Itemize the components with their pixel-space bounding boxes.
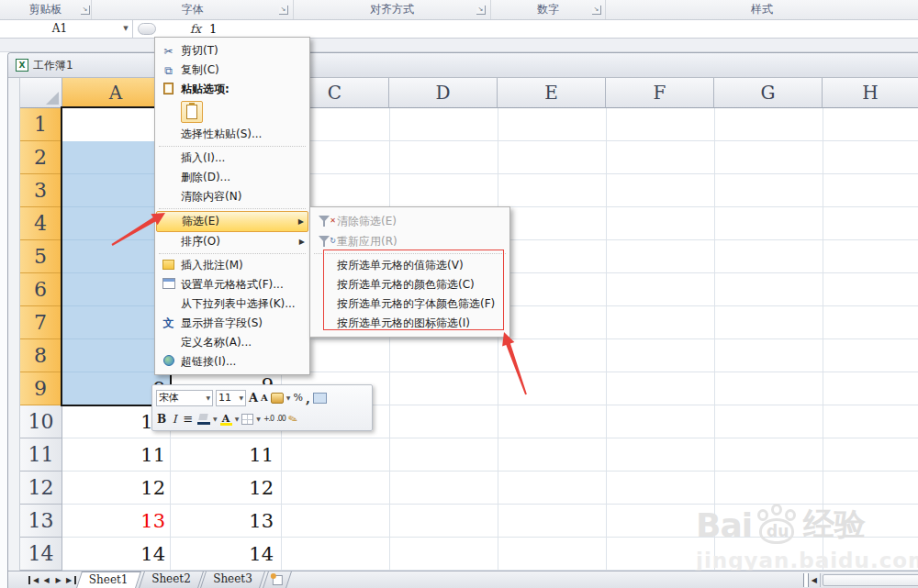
center-align-icon[interactable]: ≡ xyxy=(182,412,195,426)
font-dialog-launcher-icon[interactable]: ↘ xyxy=(279,6,288,15)
menu-item-delete[interactable]: 删除(D)... xyxy=(156,168,308,187)
row-header-9[interactable]: 9 xyxy=(20,372,62,405)
percent-style-button[interactable]: % xyxy=(293,392,302,404)
cell-B14[interactable]: 14 xyxy=(171,539,274,569)
italic-button[interactable]: I xyxy=(170,413,179,426)
menu-item-copy[interactable]: ⧉ 复制(C) xyxy=(156,61,308,80)
sheet-tab-sheet2[interactable]: Sheet2 xyxy=(139,571,203,588)
menu-item-paste-special[interactable]: 选择性粘贴(S)... xyxy=(156,125,308,144)
horizontal-scrollbar-thumb[interactable] xyxy=(823,574,918,586)
hscroll-left-arrow-icon[interactable]: ◀ xyxy=(812,576,817,584)
first-sheet-button[interactable]: ◀ xyxy=(28,576,40,584)
select-all-corner[interactable] xyxy=(20,78,62,108)
bold-button[interactable]: B xyxy=(156,413,167,426)
column-header-D[interactable]: D xyxy=(389,78,498,108)
cell-A14[interactable]: 14 xyxy=(62,539,165,569)
menu-item-filter[interactable]: 筛选(E) ▶ xyxy=(156,211,308,232)
number-dialog-launcher-icon[interactable]: ↘ xyxy=(592,6,601,15)
font-size-select[interactable]: 11 ▼ xyxy=(216,390,246,406)
ribbon-group-font: 字体 xyxy=(92,0,294,19)
cell-B13[interactable]: 13 xyxy=(171,506,274,536)
insert-function-icon[interactable]: fx xyxy=(185,20,206,38)
row-header-8[interactable]: 8 xyxy=(20,339,62,372)
row-header-4[interactable]: 4 xyxy=(20,207,62,240)
font-color-icon[interactable]: A xyxy=(220,413,232,426)
name-box[interactable]: A1 xyxy=(0,20,119,38)
chevron-down-icon[interactable]: ▼ xyxy=(286,394,291,401)
sheet-tab-sheet1[interactable]: Sheet1 xyxy=(76,571,140,588)
menu-item-hyperlink[interactable]: 超链接(I)... xyxy=(156,352,308,372)
font-name-select[interactable]: 宋体 ▼ xyxy=(156,390,213,406)
menu-item-define-name[interactable]: 定义名称(A)... xyxy=(156,333,308,352)
row-header-3[interactable]: 3 xyxy=(20,174,62,207)
paw-icon: du xyxy=(754,504,801,546)
borders-icon[interactable] xyxy=(241,414,253,425)
row-header-11[interactable]: 11 xyxy=(20,438,62,472)
chevron-down-icon[interactable]: ▼ xyxy=(256,416,261,422)
clipboard-dialog-launcher-icon[interactable]: ↘ xyxy=(81,6,90,15)
watermark-url: jingyan.baidu.com xyxy=(696,549,918,572)
alignment-dialog-launcher-icon[interactable]: ↘ xyxy=(476,6,486,15)
horizontal-scrollbar[interactable] xyxy=(820,573,918,587)
prev-sheet-button[interactable]: ◀ xyxy=(40,576,52,584)
insert-worksheet-tab[interactable] xyxy=(263,571,292,588)
cell-B11[interactable]: 11 xyxy=(171,440,274,470)
menu-item-clear-contents[interactable]: 清除内容(N) xyxy=(156,187,308,206)
formula-bar-value[interactable]: 1 xyxy=(209,20,217,38)
menu-item-cut[interactable]: ✂ 剪切(T) xyxy=(156,41,308,61)
menu-item-paste-special-label: 选择性粘贴(S)... xyxy=(181,127,262,142)
sheet-tab-sheet3[interactable]: Sheet3 xyxy=(200,571,264,588)
submenu-item-reapply: ↻ 重新应用(R) xyxy=(311,231,509,251)
chevron-down-icon: ▼ xyxy=(239,394,243,401)
row-header-2[interactable]: 2 xyxy=(20,141,62,174)
cell-B12[interactable]: 12 xyxy=(171,473,274,503)
menu-item-insert-comment[interactable]: 插入批注(M) xyxy=(156,256,308,275)
row-header-10[interactable]: 10 xyxy=(20,405,62,438)
name-box-dropdown-icon[interactable]: ▼ xyxy=(119,20,133,38)
row-header-13[interactable]: 13 xyxy=(20,505,62,538)
column-header-E[interactable]: E xyxy=(498,78,606,108)
row-header-6[interactable]: 6 xyxy=(20,273,62,306)
grow-font-button[interactable]: A xyxy=(249,391,258,405)
column-header-F[interactable]: F xyxy=(606,78,714,108)
next-sheet-button[interactable]: ▶ xyxy=(52,576,64,584)
cell-A9[interactable]: 9 xyxy=(62,374,165,404)
chevron-down-icon[interactable]: ▼ xyxy=(235,416,240,422)
cell-A12[interactable]: 12 xyxy=(62,473,165,503)
increase-decimal-icon[interactable]: +.0 xyxy=(263,415,274,423)
menu-item-paste-options-label: 粘贴选项: xyxy=(181,82,230,97)
comma-style-button[interactable]: , xyxy=(306,391,310,405)
decrease-decimal-icon[interactable]: .00 xyxy=(276,415,285,423)
fill-color-icon[interactable] xyxy=(197,414,210,425)
tab-scrollbar-splitter[interactable] xyxy=(803,573,809,587)
formula-bar: A1 ▼ fx 1 xyxy=(0,20,918,39)
cell-A10[interactable]: 10 xyxy=(62,407,165,437)
menu-item-pick-from-list[interactable]: 从下拉列表中选择(K)... xyxy=(156,294,308,314)
shrink-font-button[interactable]: A xyxy=(261,393,268,403)
row-header-7[interactable]: 7 xyxy=(20,306,62,339)
merge-center-icon[interactable] xyxy=(313,393,327,404)
cell-A11[interactable]: 11 xyxy=(62,440,165,470)
paste-button[interactable] xyxy=(181,101,203,123)
menu-item-sort[interactable]: 排序(O) ▶ xyxy=(156,232,308,251)
sheet-tab-bar: ◀ ◀ ▶ ▶ Sheet1 Sheet2 Sheet3 ◀ xyxy=(8,571,918,588)
row-header-12[interactable]: 12 xyxy=(20,472,62,505)
column-header-G[interactable]: G xyxy=(714,78,823,108)
paw-toe xyxy=(785,509,796,521)
menu-item-insert[interactable]: 插入(I)... xyxy=(156,149,308,168)
last-sheet-button[interactable]: ▶ xyxy=(64,576,76,584)
formula-bar-collapse-button[interactable] xyxy=(138,23,156,35)
ribbon-group-number: 数字 xyxy=(491,0,606,19)
cell-A13[interactable]: 13 xyxy=(62,506,165,536)
row-header-1[interactable]: 1 xyxy=(20,108,62,141)
column-header-H[interactable]: H xyxy=(823,78,918,108)
phonetic-icon: 文 xyxy=(156,316,181,331)
menu-item-format-cells[interactable]: 设置单元格格式(F)... xyxy=(156,275,308,294)
row-header-5[interactable]: 5 xyxy=(20,240,62,273)
accounting-format-icon[interactable] xyxy=(271,393,284,404)
format-painter-icon[interactable]: ✎ xyxy=(286,411,299,427)
menu-item-show-phonetic[interactable]: 文 显示拼音字段(S) xyxy=(156,314,308,333)
window-left-frame xyxy=(8,78,20,571)
chevron-down-icon[interactable]: ▼ xyxy=(213,416,218,422)
row-header-14[interactable]: 14 xyxy=(20,538,62,571)
